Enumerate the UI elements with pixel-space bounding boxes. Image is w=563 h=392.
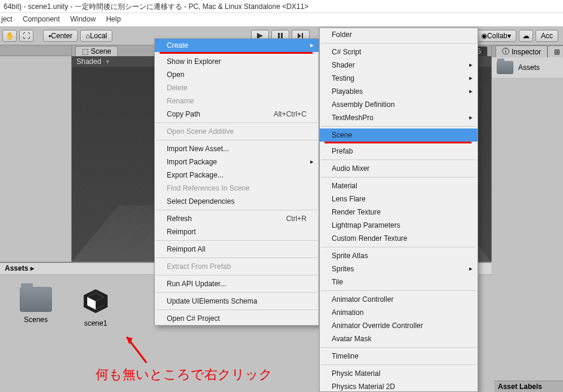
menu-separator	[156, 140, 317, 140]
menu-create-lens-flare[interactable]: Lens Flare	[320, 192, 478, 206]
menu-find-references: Find References In Scene	[155, 182, 319, 195]
folder-icon	[497, 61, 513, 74]
menu-open-csharp-project[interactable]: Open C# Project	[155, 312, 319, 325]
menu-separator	[156, 292, 317, 293]
menu-separator	[321, 160, 476, 160]
annotation-underline	[325, 142, 472, 143]
menu-run-api-updater[interactable]: Run API Updater...	[155, 277, 319, 290]
menu-create-avatar-mask[interactable]: Avatar Mask	[320, 332, 478, 345]
window-titlebar: 64bit) - scene1.unity - 一定時間後に別シーンに遷移する …	[0, 0, 563, 13]
unity-scene-icon	[81, 287, 110, 316]
asset-label: Scenes	[24, 316, 48, 324]
menu-create-timeline[interactable]: Timeline	[320, 350, 478, 363]
menu-separator	[321, 43, 476, 44]
menu-separator	[321, 347, 476, 348]
hand-tool-button[interactable]: ✋	[2, 30, 17, 42]
menu-import-package[interactable]: Import Package	[155, 155, 319, 169]
svg-rect-1	[278, 33, 280, 39]
hierarchy-header	[0, 45, 71, 56]
asset-labels-header: Asset Labels	[494, 381, 563, 392]
menu-create-testing[interactable]: Testing	[320, 72, 478, 85]
asset-folder-scenes[interactable]: Scenes	[18, 287, 54, 327]
menu-open-scene-additive: Open Scene Additive	[155, 125, 319, 138]
menu-create-render-texture[interactable]: Render Texture	[320, 206, 478, 219]
menu-create-cs-script[interactable]: C# Script	[320, 45, 478, 59]
collab-button[interactable]: ◉ Collab ▾	[476, 30, 516, 42]
menu-extract-from-prefab: Extract From Prefab	[155, 260, 319, 273]
menu-create-playables[interactable]: Playables	[320, 85, 478, 98]
menu-create-animator-controller[interactable]: Animator Controller	[320, 293, 478, 306]
inspector-assets-label: Assets	[518, 63, 540, 72]
menu-create-physics-material-2d[interactable]: Physics Material 2D	[320, 380, 478, 392]
next-tab[interactable]: ⊞ Ne	[547, 45, 563, 57]
menu-create-sprites[interactable]: Sprites	[320, 262, 478, 275]
menu-component[interactable]: Component	[23, 15, 60, 23]
menu-reimport-all[interactable]: Reimport All	[155, 243, 319, 256]
menu-separator	[321, 365, 476, 365]
main-menubar: ject Component Window Help	[0, 13, 563, 26]
menu-rename: Rename	[155, 94, 319, 108]
menu-separator	[156, 258, 317, 258]
menu-create-animation[interactable]: Animation	[320, 306, 478, 319]
transform-tool-button[interactable]: ⛶	[19, 30, 33, 42]
pivot-center-button[interactable]: ▪Center	[43, 30, 78, 42]
menu-create-audio-mixer[interactable]: Audio Mixer	[320, 162, 478, 175]
shading-mode-dropdown[interactable]: Shaded	[77, 57, 101, 66]
account-button[interactable]: Acc	[536, 30, 558, 42]
menu-reimport[interactable]: Reimport	[155, 225, 319, 238]
menu-project[interactable]: ject	[1, 15, 13, 23]
shortcut-label: Ctrl+R	[286, 215, 307, 223]
cloud-button[interactable]: ☁	[519, 30, 533, 42]
hierarchy-panel	[0, 45, 72, 262]
menu-create-folder[interactable]: Folder	[320, 28, 478, 41]
svg-marker-3	[298, 33, 301, 39]
menu-separator	[321, 290, 476, 291]
menu-import-new-asset[interactable]: Import New Asset...	[155, 142, 319, 155]
menu-create-material[interactable]: Material	[320, 179, 478, 192]
svg-rect-2	[281, 33, 283, 39]
menu-create-prefab[interactable]: Prefab	[320, 145, 478, 158]
menu-separator	[156, 310, 317, 310]
menu-open[interactable]: Open	[155, 68, 319, 81]
menu-update-uielements[interactable]: Update UIElements Schema	[155, 295, 319, 308]
menu-create-textmeshpro[interactable]: TextMeshPro	[320, 111, 478, 124]
menu-help[interactable]: Help	[106, 15, 121, 23]
svg-marker-0	[257, 33, 263, 39]
inspector-tab[interactable]: ⓘ Inspector	[495, 45, 547, 57]
shortcut-label: Alt+Ctrl+C	[274, 110, 307, 118]
scene-tab[interactable]: ⬚ Scene	[75, 46, 118, 56]
menu-separator	[321, 126, 476, 127]
menu-separator	[321, 177, 476, 177]
menu-show-in-explorer[interactable]: Show in Explorer	[155, 55, 319, 68]
menu-create-tile[interactable]: Tile	[320, 275, 478, 289]
menu-create-assembly-definition[interactable]: Assembly Definition	[320, 98, 478, 111]
menu-export-package[interactable]: Export Package...	[155, 169, 319, 182]
menu-create-physic-material[interactable]: Physic Material	[320, 367, 478, 380]
project-context-menu: Create Show in Explorer Open Delete Rena…	[154, 38, 319, 326]
menu-create-lightmap-parameters[interactable]: Lightmap Parameters	[320, 219, 478, 232]
annotation-underline	[160, 52, 313, 54]
asset-scene-scene1[interactable]: scene1	[78, 287, 114, 327]
menu-window[interactable]: Window	[70, 15, 96, 23]
pivot-local-button[interactable]: ⌂Local	[80, 30, 112, 42]
menu-separator	[156, 210, 317, 210]
menu-separator	[156, 122, 317, 123]
asset-label: scene1	[84, 319, 108, 327]
menu-refresh[interactable]: RefreshCtrl+R	[155, 212, 319, 225]
menu-create-shader[interactable]: Shader	[320, 59, 478, 72]
menu-separator	[321, 247, 476, 247]
menu-create-scene[interactable]: Scene	[320, 128, 478, 142]
svg-rect-4	[302, 33, 303, 39]
folder-icon	[20, 287, 52, 312]
menu-create-animator-override[interactable]: Animator Override Controller	[320, 319, 478, 332]
inspector-assets-row: Assets	[492, 57, 563, 78]
menu-create-sprite-atlas[interactable]: Sprite Atlas	[320, 249, 478, 262]
menu-select-dependencies[interactable]: Select Dependencies	[155, 195, 319, 208]
create-submenu: Folder C# Script Shader Testing Playable…	[319, 27, 478, 392]
menu-create-custom-render-texture[interactable]: Custom Render Texture	[320, 232, 478, 245]
menu-delete: Delete	[155, 81, 319, 94]
inspector-panel: ⓘ Inspector ⊞ Ne Assets	[491, 45, 563, 262]
menu-create[interactable]: Create	[155, 39, 319, 52]
menu-separator	[156, 275, 317, 275]
menu-copy-path[interactable]: Copy PathAlt+Ctrl+C	[155, 108, 319, 121]
